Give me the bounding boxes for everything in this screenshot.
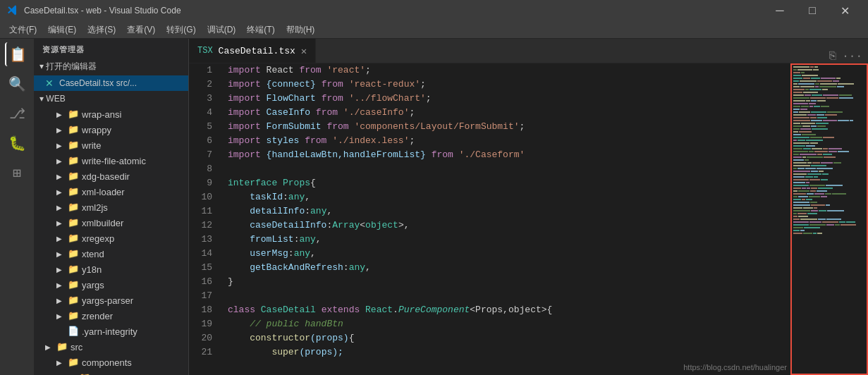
tree-item-label: xdg-basedir — [82, 171, 130, 182]
tree-item-xmlloader[interactable]: ▶📁xml-loader — [34, 184, 188, 199]
title-bar-controls: ─ □ ✕ — [764, 0, 861, 21]
tree-item-label: y18n — [82, 264, 102, 275]
tree-item-icon: 📁 — [68, 264, 79, 275]
close-button[interactable]: ✕ — [829, 0, 861, 21]
menu-item-h[interactable]: 帮助(H) — [281, 23, 321, 37]
tree-item-label: yargs — [82, 280, 104, 290]
code-line-12: caseDetailInfo:Array<object>, — [228, 219, 783, 233]
title-bar: CaseDetail.tsx - web - Visual Studio Cod… — [0, 0, 868, 21]
menu-item-v[interactable]: 查看(V) — [121, 23, 161, 37]
code-line-20: constructor(props){ — [228, 331, 783, 345]
tab-label: CaseDetail.tsx — [219, 46, 295, 56]
line-number-5: 5 — [189, 120, 212, 134]
tree-item-base[interactable]: ▶📁Base — [34, 370, 188, 375]
tree-items: ▶📁wrap-ansi▶📁wrappy▶📁write▶📁write-file-a… — [34, 106, 188, 375]
line-number-2: 2 — [189, 78, 212, 92]
extensions-icon[interactable]: ⊞ — [5, 161, 29, 185]
tree-item-label: yargs-parser — [82, 295, 133, 306]
line-number-12: 12 — [189, 219, 212, 233]
git-icon[interactable]: ⎇ — [5, 102, 29, 125]
tree-arrow-icon: ▶ — [56, 204, 68, 211]
tree-item-label: zrender — [82, 311, 113, 321]
tree-item-label: xml2js — [82, 202, 108, 213]
line-number-17: 17 — [189, 289, 212, 303]
code-content[interactable]: import React from 'react';import {connec… — [221, 63, 783, 375]
tree-item-xmlbuilder[interactable]: ▶📁xmlbuilder — [34, 215, 188, 230]
tree-arrow-icon: ▶ — [56, 157, 68, 165]
tree-item-y18n[interactable]: ▶📁y18n — [34, 262, 188, 277]
tree-item-xtend[interactable]: ▶📁xtend — [34, 246, 188, 262]
tree-arrow-icon: ▶ — [56, 219, 68, 227]
line-number-19: 19 — [189, 317, 212, 331]
vertical-scrollbar[interactable] — [783, 63, 790, 375]
tree-item-xdgbasedir[interactable]: ▶📁xdg-basedir — [34, 168, 188, 184]
menu-item-g[interactable]: 转到(G) — [161, 23, 201, 37]
open-editors-section[interactable]: ▾ 打开的编辑器 — [34, 58, 188, 75]
tree-arrow-icon: ▶ — [56, 266, 68, 273]
tree-item-zrender[interactable]: ▶📁zrender — [34, 308, 188, 324]
tree-item-icon: 📄 — [68, 326, 79, 337]
line-number-18: 18 — [189, 303, 212, 317]
line-number-8: 8 — [189, 162, 212, 176]
tree-item-label: write-file-atomic — [82, 156, 146, 166]
tree-arrow-icon: ▶ — [56, 188, 68, 196]
tree-item-icon: 📁 — [79, 372, 90, 375]
tree-arrow-icon: ▶ — [56, 142, 68, 149]
web-section[interactable]: ▾ WEB — [34, 91, 188, 106]
menu-item-d[interactable]: 调试(D) — [202, 23, 242, 37]
tree-item-wrapansi[interactable]: ▶📁wrap-ansi — [34, 106, 188, 122]
code-line-16: } — [228, 275, 783, 289]
more-actions-button[interactable]: ··· — [842, 50, 862, 63]
tab-tsx-icon: TSX — [197, 46, 213, 56]
line-number-10: 10 — [189, 190, 212, 204]
tree-item-label: wrappy — [82, 125, 111, 135]
code-line-3: import FlowChart from '../flowChart'; — [228, 92, 783, 106]
maximize-button[interactable]: □ — [796, 0, 829, 21]
menu-item-e[interactable]: 编辑(E) — [42, 23, 82, 37]
tree-item-yargs[interactable]: ▶📁yargs — [34, 277, 188, 293]
line-numbers: 123456789101112131415161718192021 — [189, 63, 221, 375]
tree-item-xml2js[interactable]: ▶📁xml2js — [34, 199, 188, 215]
tree-item-components[interactable]: ▶📁components — [34, 355, 188, 370]
active-file-label: CaseDetail.tsx src/... — [59, 78, 137, 88]
tree-item-label: xmlbuilder — [82, 218, 123, 228]
tree-arrow-icon: ▶ — [56, 312, 68, 320]
tree-item-write[interactable]: ▶📁write — [34, 137, 188, 153]
split-editor-button[interactable]: ⎘ — [829, 50, 836, 63]
tree-item-label: xtend — [82, 249, 104, 259]
tree-item-yarnintegrity[interactable]: 📄.yarn-integrity — [34, 324, 188, 339]
tree-item-icon: 📁 — [68, 109, 79, 120]
menu-bar: 文件(F)编辑(E)选择(S)查看(V)转到(G)调试(D)终端(T)帮助(H) — [0, 21, 868, 39]
code-line-11: detailInfo:any, — [228, 204, 783, 219]
tab-casedetail[interactable]: TSX CaseDetail.tsx ✕ — [189, 39, 316, 63]
tree-item-writefileatomic[interactable]: ▶📁write-file-atomic — [34, 153, 188, 168]
tree-item-icon: 📁 — [68, 310, 79, 321]
web-section-label: ▾ WEB — [39, 94, 66, 104]
editor-wrapper: 123456789101112131415161718192021 import… — [189, 63, 868, 375]
tsx-file-icon: ✕ — [45, 78, 56, 89]
title-bar-left: CaseDetail.tsx - web - Visual Studio Cod… — [7, 5, 181, 16]
menu-item-f[interactable]: 文件(F) — [4, 23, 42, 37]
debug-icon[interactable]: 🐛 — [5, 131, 29, 155]
search-icon[interactable]: 🔍 — [5, 72, 29, 96]
tree-item-src[interactable]: ▶📁src — [34, 339, 188, 355]
tree-item-icon: 📁 — [68, 217, 79, 228]
code-line-17 — [228, 289, 783, 303]
tree-item-yargsparser[interactable]: ▶📁yargs-parser — [34, 293, 188, 308]
tree-arrow-icon: ▶ — [56, 111, 68, 118]
tree-item-icon: 📁 — [68, 279, 79, 290]
code-line-18: class CaseDetail extends React.PureCompo… — [228, 303, 783, 317]
tree-item-wrappy[interactable]: ▶📁wrappy — [34, 122, 188, 137]
tree-item-label: xml-loader — [82, 187, 125, 197]
minimize-button[interactable]: ─ — [764, 0, 796, 21]
open-editors-label: ▾ 打开的编辑器 — [39, 61, 97, 73]
files-icon[interactable]: 📋 — [5, 42, 29, 66]
tree-item-xregexp[interactable]: ▶📁xregexp — [34, 230, 188, 246]
menu-item-t[interactable]: 终端(T) — [241, 23, 280, 37]
active-file-item[interactable]: ✕ CaseDetail.tsx src/... — [34, 75, 188, 91]
minimap-content — [792, 65, 867, 237]
line-number-3: 3 — [189, 92, 212, 106]
line-number-21: 21 — [189, 345, 212, 359]
tab-close-button[interactable]: ✕ — [301, 45, 307, 57]
menu-item-s[interactable]: 选择(S) — [82, 23, 121, 37]
